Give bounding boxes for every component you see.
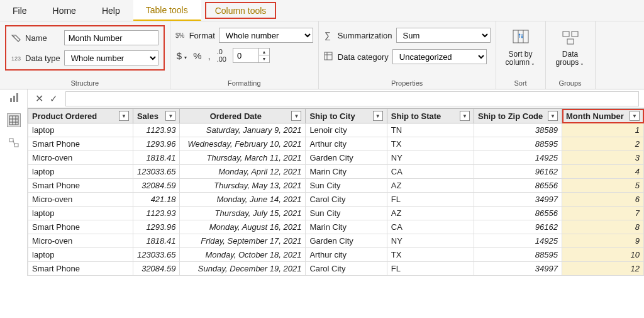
tab-file[interactable]: File — [0, 0, 40, 21]
table-row[interactable]: Smart Phone1293.96Wednesday, February 10… — [28, 137, 644, 151]
cell-state[interactable]: CA — [387, 165, 474, 179]
decimals-down[interactable]: ▼ — [259, 55, 269, 62]
header-product[interactable]: Product Ordered▼ — [28, 109, 133, 123]
filter-dropdown-icon[interactable]: ▼ — [165, 111, 175, 121]
formula-commit-icon[interactable]: ✓ — [50, 93, 58, 105]
cell-month[interactable]: 12 — [562, 262, 644, 276]
cell-zip[interactable]: 86556 — [474, 207, 562, 220]
cell-city[interactable]: Sun City — [306, 207, 387, 220]
cell-city[interactable]: Lenoir city — [306, 123, 387, 137]
decimals-stepper[interactable]: ▲ ▼ — [233, 48, 270, 63]
cell-state[interactable]: NY — [387, 234, 474, 248]
summarization-select[interactable]: Sum — [396, 28, 491, 43]
cell-month[interactable]: 3 — [562, 151, 644, 165]
cell-state[interactable]: FL — [387, 262, 474, 276]
cell-date[interactable]: Monday, June 14, 2021 — [180, 193, 306, 207]
cell-product[interactable]: Smart Phone — [28, 137, 133, 151]
cell-state[interactable]: TX — [387, 137, 474, 151]
cell-month[interactable]: 8 — [562, 220, 644, 234]
format-select[interactable]: Whole number — [219, 28, 313, 43]
header-zip[interactable]: Ship to Zip Code▼ — [474, 109, 562, 123]
datatype-select[interactable]: Whole number — [64, 50, 158, 65]
cell-month[interactable]: 2 — [562, 137, 644, 151]
cell-sales[interactable]: 1293.96 — [133, 137, 179, 151]
name-input[interactable] — [64, 30, 158, 45]
cell-zip[interactable]: 14925 — [474, 234, 562, 248]
cell-sales[interactable]: 1293.96 — [133, 220, 179, 234]
tab-column-tools[interactable]: Column tools — [205, 2, 277, 19]
model-view-icon[interactable] — [7, 136, 21, 150]
cell-date[interactable]: Friday, September 17, 2021 — [180, 234, 306, 248]
decimals-up[interactable]: ▲ — [259, 48, 269, 55]
table-row[interactable]: Micro-oven421.18Monday, June 14, 2021Car… — [28, 193, 644, 207]
cell-month[interactable]: 9 — [562, 234, 644, 248]
tab-help[interactable]: Help — [89, 0, 133, 21]
table-row[interactable]: laptop123033.65Monday, April 12, 2021Mar… — [28, 165, 644, 179]
cell-zip[interactable]: 96162 — [474, 220, 562, 234]
sort-by-column-button[interactable]: Sort bycolumn ⌄ — [501, 25, 540, 67]
cell-state[interactable]: NY — [387, 151, 474, 165]
cell-sales[interactable]: 123033.65 — [133, 165, 179, 179]
cell-state[interactable]: CA — [387, 220, 474, 234]
table-row[interactable]: Smart Phone1293.96Monday, August 16, 202… — [28, 220, 644, 234]
filter-dropdown-icon[interactable]: ▼ — [548, 111, 558, 121]
cell-city[interactable]: Marin City — [306, 165, 387, 179]
header-sales[interactable]: Sales▼ — [133, 109, 179, 123]
cell-product[interactable]: Micro-oven — [28, 234, 133, 248]
decimals-input[interactable] — [233, 51, 258, 60]
cell-product[interactable]: Smart Phone — [28, 179, 133, 193]
cell-date[interactable]: Thursday, May 13, 2021 — [180, 179, 306, 193]
header-state[interactable]: Ship to State▼ — [387, 109, 474, 123]
cell-product[interactable]: laptop — [28, 207, 133, 220]
filter-dropdown-icon[interactable]: ▼ — [373, 111, 383, 121]
cell-state[interactable]: AZ — [387, 207, 474, 220]
data-category-select[interactable]: Uncategorized — [392, 49, 487, 64]
cell-city[interactable]: Marin City — [306, 220, 387, 234]
cell-zip[interactable]: 96162 — [474, 165, 562, 179]
cell-sales[interactable]: 1818.41 — [133, 151, 179, 165]
filter-dropdown-icon[interactable]: ▼ — [630, 111, 640, 121]
cell-state[interactable]: TN — [387, 123, 474, 137]
table-row[interactable]: laptop1123.93Thursday, July 15, 2021Sun … — [28, 207, 644, 220]
cell-date[interactable]: Wednesday, February 10, 2021 — [180, 137, 306, 151]
cell-zip[interactable]: 38589 — [474, 123, 562, 137]
cell-sales[interactable]: 123033.65 — [133, 248, 179, 262]
cell-date[interactable]: Thursday, March 11, 2021 — [180, 151, 306, 165]
cell-sales[interactable]: 1818.41 — [133, 234, 179, 248]
cell-city[interactable]: Arthur city — [306, 248, 387, 262]
header-city[interactable]: Ship to City▼ — [306, 109, 387, 123]
report-view-icon[interactable] — [7, 91, 21, 105]
cell-sales[interactable]: 32084.59 — [133, 262, 179, 276]
cell-month[interactable]: 6 — [562, 193, 644, 207]
table-row[interactable]: Micro-oven1818.41Thursday, March 11, 202… — [28, 151, 644, 165]
header-date[interactable]: Ordered Date▼ — [180, 109, 306, 123]
cell-product[interactable]: Smart Phone — [28, 220, 133, 234]
cell-date[interactable]: Thursday, July 15, 2021 — [180, 207, 306, 220]
cell-state[interactable]: TX — [387, 248, 474, 262]
cell-sales[interactable]: 421.18 — [133, 193, 179, 207]
cell-month[interactable]: 5 — [562, 179, 644, 193]
formula-cancel-icon[interactable]: ✕ — [35, 93, 43, 105]
data-groups-button[interactable]: Datagroups ⌄ — [551, 25, 590, 67]
table-row[interactable]: Smart Phone32084.59Sunday, December 19, … — [28, 262, 644, 276]
cell-sales[interactable]: 1123.93 — [133, 123, 179, 137]
cell-zip[interactable]: 88595 — [474, 248, 562, 262]
table-row[interactable]: Micro-oven1818.41Friday, September 17, 2… — [28, 234, 644, 248]
percent-button[interactable]: % — [193, 50, 201, 61]
data-view-icon[interactable] — [7, 113, 21, 127]
cell-city[interactable]: Garden City — [306, 234, 387, 248]
cell-state[interactable]: FL — [387, 193, 474, 207]
cell-product[interactable]: Micro-oven — [28, 151, 133, 165]
filter-dropdown-icon[interactable]: ▼ — [460, 111, 470, 121]
cell-month[interactable]: 7 — [562, 207, 644, 220]
formula-input[interactable] — [65, 91, 639, 106]
filter-dropdown-icon[interactable]: ▼ — [119, 111, 129, 121]
header-month-number[interactable]: Month Number▼ — [562, 109, 644, 123]
cell-date[interactable]: Saturday, January 9, 2021 — [180, 123, 306, 137]
cell-product[interactable]: laptop — [28, 123, 133, 137]
cell-city[interactable]: Carol City — [306, 262, 387, 276]
tab-home[interactable]: Home — [40, 0, 89, 21]
cell-product[interactable]: laptop — [28, 165, 133, 179]
cell-product[interactable]: Micro-oven — [28, 193, 133, 207]
cell-date[interactable]: Sunday, December 19, 2021 — [180, 262, 306, 276]
